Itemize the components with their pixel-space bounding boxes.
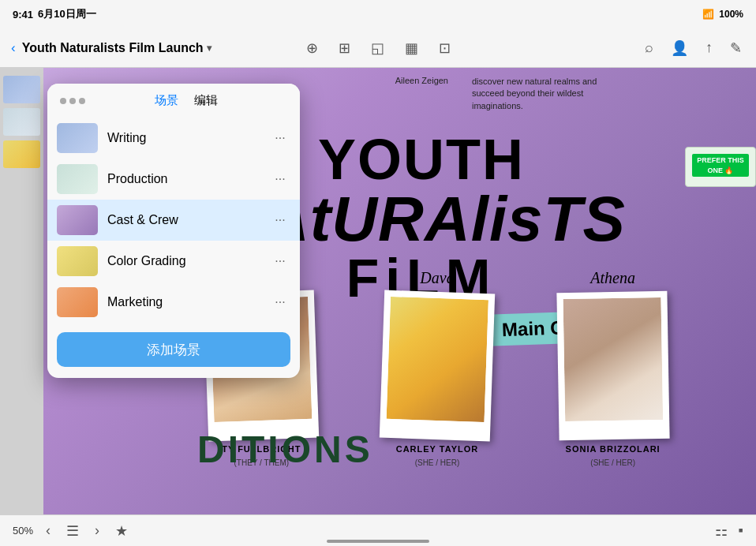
chevron-down-icon: ▾: [207, 43, 211, 54]
status-bar: 9:41 6月10日周一 📶 100%: [0, 0, 756, 28]
scene-more-writing[interactable]: ···: [270, 128, 290, 148]
pencil-icon[interactable]: ✎: [727, 36, 745, 60]
canvas-area: Aileen Zeigen discover new natural realm…: [0, 68, 756, 514]
slides-view-icon[interactable]: ▪: [739, 522, 743, 540]
scene-label-production: Production: [107, 172, 260, 186]
table-icon[interactable]: ⊞: [335, 36, 354, 60]
add-scene-button[interactable]: 添加场景: [57, 332, 290, 367]
thumb-mini-3[interactable]: [3, 140, 40, 168]
media-icon[interactable]: ▦: [402, 36, 421, 60]
tab-edit[interactable]: 编辑: [194, 93, 218, 108]
scene-panel-tabs: 场景 编辑: [155, 93, 218, 108]
cast-pronouns-sonia: (SHE / HER): [590, 458, 635, 467]
search-icon[interactable]: ⌕: [642, 36, 657, 59]
star-button[interactable]: ★: [112, 521, 131, 541]
cast-name-sonia: SONIA BRIZZOLARI: [566, 444, 661, 454]
scene-panel: 场景 编辑 Writing ··· Production ··· Cast & …: [47, 84, 300, 378]
photo-sonia: [563, 297, 663, 421]
home-indicator: [327, 540, 429, 543]
cast-script-name-sonia: Athena: [590, 269, 635, 287]
animate-icon[interactable]: ⚏: [715, 522, 728, 540]
polaroid-carley: [380, 290, 495, 442]
scene-list: Writing ··· Production ··· Cast & Crew ·…: [47, 114, 300, 326]
scene-item-cast-crew[interactable]: Cast & Crew ···: [47, 200, 300, 241]
scene-label-color-grading: Color Grading: [107, 254, 260, 268]
zoom-level: 50%: [13, 525, 33, 537]
toolbar-left: ‹ Youth Naturalists Film Launch ▾: [11, 40, 297, 56]
cast-member-sonia: Athena SONIA BRIZZOLARI (SHE / HER): [558, 273, 668, 467]
shape-icon[interactable]: ⊕: [303, 36, 321, 60]
polaroid-sonia: [556, 291, 669, 440]
scene-item-marketing[interactable]: Marketing ···: [47, 282, 300, 323]
prev-slide-button[interactable]: ‹: [43, 521, 54, 540]
auditions-partial-text: DITIONS: [197, 428, 373, 471]
scene-more-production[interactable]: ···: [270, 169, 290, 189]
back-button[interactable]: ‹: [11, 40, 16, 56]
scene-item-writing[interactable]: Writing ···: [47, 118, 300, 159]
scene-label-cast-crew: Cast & Crew: [107, 213, 260, 227]
dot-1: [60, 98, 66, 104]
wifi-icon: 📶: [702, 9, 714, 20]
textbox-icon[interactable]: ⊡: [436, 36, 454, 60]
scene-panel-header: 场景 编辑: [47, 84, 300, 114]
prefer-badge: PREFER THIS ONE 🔥: [692, 154, 749, 177]
scene-label-writing: Writing: [107, 131, 260, 145]
next-slide-button[interactable]: ›: [92, 521, 103, 540]
tab-scenes[interactable]: 场景: [155, 93, 178, 108]
scene-more-marketing[interactable]: ···: [270, 292, 290, 312]
cast-script-name-carley: Dava: [420, 269, 454, 287]
scene-thumb-cast-crew: [57, 205, 98, 235]
status-time: 9:41: [13, 9, 33, 21]
scene-item-color-grading[interactable]: Color Grading ···: [47, 241, 300, 282]
chart-icon[interactable]: ◱: [368, 36, 387, 60]
scene-thumb-production: [57, 164, 98, 194]
toolbar: ‹ Youth Naturalists Film Launch ▾ ⊕ ⊞ ◱ …: [0, 28, 756, 68]
battery-label: 100%: [719, 9, 743, 20]
scene-panel-dots[interactable]: [60, 98, 85, 104]
author-name: Aileen Zeigen: [395, 76, 448, 85]
prefer-card: PREFER THIS ONE 🔥: [685, 147, 756, 187]
slide-list-button[interactable]: ☰: [63, 521, 82, 541]
status-bar-left: 9:41 6月10日周一: [13, 7, 96, 21]
people-icon[interactable]: 👤: [668, 36, 691, 60]
document-title[interactable]: Youth Naturalists Film Launch ▾: [22, 41, 211, 55]
cast-pronouns-carley: (SHE / HER): [415, 458, 460, 467]
cast-member-carley: Dava CARLEY TAYLOR (SHE / HER): [382, 273, 492, 467]
scene-more-cast-crew[interactable]: ···: [270, 210, 290, 230]
bottom-right-icons: ⚏ ▪: [715, 522, 743, 540]
canvas-description: discover new natural realms and succeed …: [472, 76, 630, 112]
scene-item-production[interactable]: Production ···: [47, 159, 300, 200]
dot-3: [79, 98, 85, 104]
scene-thumb-color-grading: [57, 246, 98, 276]
status-bar-right: 📶 100%: [702, 9, 743, 20]
toolbar-center: ⊕ ⊞ ◱ ▦ ⊡: [303, 36, 454, 60]
thumb-mini-1[interactable]: [3, 76, 40, 103]
dot-2: [69, 98, 76, 104]
thumb-mini-2[interactable]: [3, 108, 40, 136]
scene-thumb-marketing: [57, 287, 98, 317]
scene-thumb-writing: [57, 123, 98, 153]
photo-carley: [387, 297, 488, 422]
left-thumbnail-strip: [0, 68, 43, 514]
share-icon[interactable]: ↑: [702, 36, 716, 59]
scene-more-color-grading[interactable]: ···: [270, 251, 290, 271]
status-date: 6月10日周一: [38, 7, 96, 21]
cast-name-carley: CARLEY TAYLOR: [396, 444, 478, 454]
toolbar-right: ⌕ 👤 ↑ ✎: [460, 36, 746, 60]
scene-label-marketing: Marketing: [107, 295, 260, 309]
